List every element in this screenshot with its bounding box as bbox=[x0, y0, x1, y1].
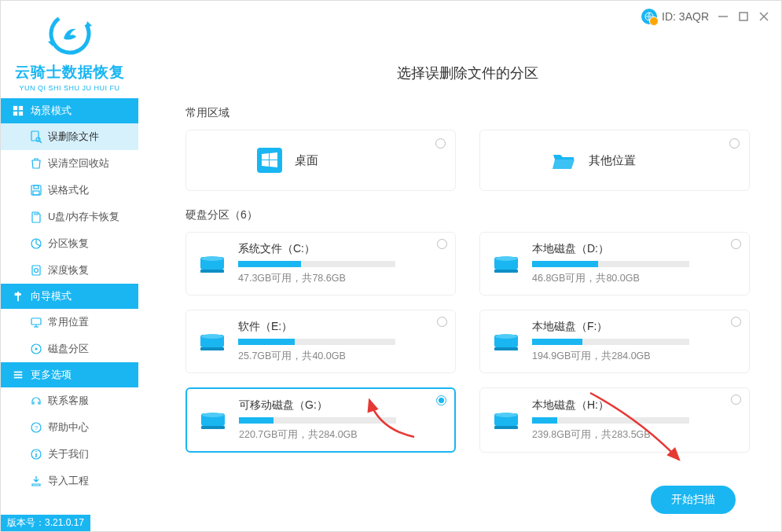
usage-bar bbox=[238, 261, 395, 267]
disk-name: 软件（E:） bbox=[238, 320, 441, 334]
disk-usage-text: 194.9GB可用，共284.0GB bbox=[532, 350, 735, 363]
svg-rect-22 bbox=[32, 266, 40, 275]
nav-label: 导入工程 bbox=[48, 474, 89, 488]
disk-usage-text: 47.3GB可用，共78.6GB bbox=[238, 272, 441, 285]
nav-item-usb-sd[interactable]: U盘/内存卡恢复 bbox=[1, 204, 138, 230]
card-label: 桌面 bbox=[295, 153, 318, 168]
nav-item-deep-scan[interactable]: 深度恢复 bbox=[1, 257, 138, 284]
usage-bar bbox=[532, 261, 689, 267]
svg-point-49 bbox=[495, 334, 517, 339]
maximize-button[interactable] bbox=[737, 10, 750, 23]
svg-rect-10 bbox=[13, 112, 17, 116]
hard-drive-icon bbox=[491, 408, 521, 433]
svg-rect-51 bbox=[201, 426, 225, 429]
svg-rect-2 bbox=[740, 13, 747, 20]
svg-point-28 bbox=[35, 348, 38, 350]
common-card-other[interactable]: 其他位置 bbox=[479, 130, 750, 191]
disk-card[interactable]: 本地磁盘（D:）46.8GB可用，共80.0GB bbox=[479, 232, 750, 295]
disk-card[interactable]: 可移动磁盘（G:）220.7GB可用，共284.0GB bbox=[185, 387, 456, 453]
common-card-desktop[interactable]: 桌面 bbox=[185, 130, 456, 191]
brand-name: 云骑士数据恢复 bbox=[1, 62, 138, 83]
radio-indicator bbox=[729, 138, 740, 149]
radio-indicator bbox=[731, 317, 741, 327]
svg-rect-42 bbox=[494, 270, 518, 273]
nav-label: 联系客服 bbox=[48, 394, 89, 408]
floppy-icon bbox=[29, 183, 43, 197]
disk-usage-text: 46.8GB可用，共80.0GB bbox=[532, 272, 735, 285]
nav-label: 误格式化 bbox=[48, 183, 89, 197]
svg-rect-45 bbox=[200, 347, 224, 350]
radio-indicator bbox=[435, 138, 446, 149]
svg-rect-9 bbox=[19, 106, 23, 110]
main-content: 选择误删除文件的分区 常用区域 桌面 其他位置 bbox=[138, 1, 781, 531]
disk-card[interactable]: 软件（E:）25.7GB可用，共40.0GB bbox=[185, 310, 456, 373]
nav-item-partition[interactable]: 分区恢复 bbox=[1, 230, 138, 257]
nav-item-help-center[interactable]: ? 帮助中心 bbox=[1, 414, 138, 441]
nav-label: 分区恢复 bbox=[48, 237, 89, 251]
section-label: 场景模式 bbox=[31, 104, 72, 118]
nav-label: 深度恢复 bbox=[48, 263, 89, 277]
nav-item-deleted-files[interactable]: 误删除文件 bbox=[1, 123, 138, 150]
brand-logo: 云骑士数据恢复 YUN QI SHI SHU JU HUI FU bbox=[1, 1, 138, 98]
nav-item-common-locations[interactable]: 常用位置 bbox=[1, 309, 138, 336]
disk-usage-text: 220.7GB可用，共284.0GB bbox=[239, 428, 440, 442]
file-search-icon bbox=[29, 130, 43, 144]
info-icon bbox=[29, 447, 43, 461]
version-label: 版本号：3.21.0.17 bbox=[1, 515, 90, 531]
hard-drive-icon bbox=[491, 251, 521, 277]
disk-name: 本地磁盘（H:） bbox=[532, 398, 735, 413]
svg-rect-39 bbox=[200, 270, 224, 273]
folder-open-icon bbox=[551, 148, 576, 173]
svg-rect-48 bbox=[494, 347, 518, 350]
nav-item-contact-support[interactable]: 联系客服 bbox=[1, 387, 138, 414]
disk-usage-text: 25.7GB可用，共40.0GB bbox=[238, 350, 441, 363]
sd-card-icon bbox=[29, 210, 43, 224]
disk-name: 本地磁盘（F:） bbox=[532, 320, 735, 334]
usage-bar bbox=[532, 339, 689, 345]
minimize-button[interactable] bbox=[717, 10, 729, 23]
nav-label: 帮助中心 bbox=[48, 420, 89, 435]
disk-card[interactable]: 本地磁盘（F:）194.9GB可用，共284.0GB bbox=[479, 310, 750, 373]
svg-marker-6 bbox=[86, 21, 92, 28]
nav-item-import-project[interactable]: 导入工程 bbox=[1, 468, 138, 494]
usage-bar bbox=[239, 417, 396, 424]
svg-rect-16 bbox=[34, 185, 39, 189]
hard-drive-icon bbox=[197, 251, 227, 277]
svg-rect-54 bbox=[494, 426, 518, 429]
import-icon bbox=[29, 474, 43, 488]
brand-pinyin: YUN QI SHI SHU JU HUI FU bbox=[1, 84, 138, 92]
trash-icon bbox=[29, 156, 43, 171]
nav-item-about[interactable]: 关于我们 bbox=[1, 441, 138, 468]
radio-indicator bbox=[437, 317, 447, 327]
svg-rect-17 bbox=[33, 191, 39, 195]
windows-icon bbox=[257, 148, 282, 173]
radio-indicator bbox=[436, 395, 446, 405]
id-text: ID: 3AQR bbox=[662, 10, 709, 23]
nav-label: 误删除文件 bbox=[48, 130, 99, 144]
section-label: 向导模式 bbox=[31, 289, 72, 303]
svg-point-43 bbox=[495, 256, 517, 261]
nav-item-formatted[interactable]: 误格式化 bbox=[1, 177, 138, 204]
account-id-badge[interactable]: ID: 3AQR bbox=[641, 9, 709, 24]
close-button[interactable] bbox=[758, 10, 770, 23]
section-header-wizard[interactable]: 向导模式 bbox=[1, 284, 138, 309]
svg-point-52 bbox=[202, 413, 224, 417]
radio-indicator bbox=[731, 239, 741, 249]
sidebar: 云骑士数据恢复 YUN QI SHI SHU JU HUI FU 场景模式 误删… bbox=[1, 1, 138, 531]
nav-item-empty-recycle[interactable]: 误清空回收站 bbox=[1, 150, 138, 177]
nav-item-disk-partitions[interactable]: 磁盘分区 bbox=[1, 336, 138, 362]
svg-text:?: ? bbox=[35, 424, 39, 431]
svg-point-36 bbox=[35, 451, 37, 453]
globe-icon bbox=[641, 9, 657, 24]
menu-icon bbox=[12, 369, 24, 381]
section-header-more[interactable]: 更多选项 bbox=[1, 362, 138, 387]
disk-name: 本地磁盘（D:） bbox=[532, 242, 735, 256]
hard-drive-icon bbox=[198, 408, 228, 433]
disk-card[interactable]: 系统文件（C:）47.3GB可用，共78.6GB bbox=[185, 232, 456, 295]
card-label: 其他位置 bbox=[589, 153, 636, 168]
nav-label: U盘/内存卡恢复 bbox=[48, 210, 119, 224]
radio-indicator bbox=[437, 239, 447, 249]
section-header-scene[interactable]: 场景模式 bbox=[1, 98, 138, 123]
disk-card[interactable]: 本地磁盘（H:）239.8GB可用，共283.5GB bbox=[479, 387, 750, 453]
start-scan-button[interactable]: 开始扫描 bbox=[651, 486, 736, 514]
